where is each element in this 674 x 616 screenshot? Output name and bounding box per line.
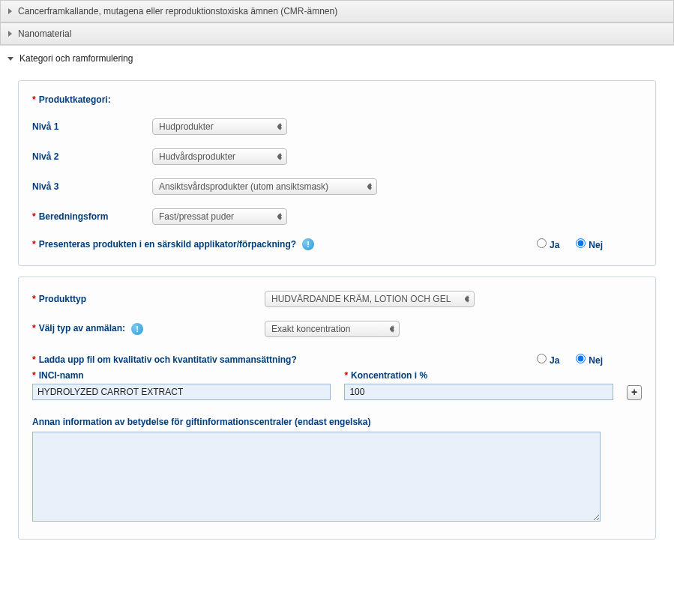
produktkategori-label: * Produktkategori: [32,94,152,105]
produkttyp-label: * Produkttyp [32,294,265,304]
niva3-select[interactable]: Ansiktsvårdsprodukter (utom ansiktsmask) [152,178,377,195]
koncentration-column: * Koncentration i % [344,370,613,400]
niva2-select-wrap: Hudvårdsprodukter ▴▾ [152,148,287,165]
ladda-nej-radio[interactable] [576,354,586,363]
anmalan-select-wrap: Exakt koncentration ▴▾ [265,321,400,337]
produkttyp-select[interactable]: HUDVÅRDANDE KRÄM, LOTION OCH GEL [265,291,475,307]
niva3-label: Nivå 3 [32,181,152,192]
niva3-select-wrap: Ansiktsvårdsprodukter (utom ansiktsmask)… [152,178,377,195]
accordion-title: Cancerframkallande, mutagena eller repro… [18,6,337,16]
niva1-select[interactable]: Hudprodukter [152,118,287,135]
accordion-title: Kategori och ramformulering [19,53,133,64]
add-row-button[interactable]: + [627,385,642,400]
niva1-select-wrap: Hudprodukter ▴▾ [152,118,287,135]
accordion-cmr[interactable]: Cancerframkallande, mutagena eller repro… [0,0,674,22]
ja-label: Ja [550,240,559,250]
chevron-down-icon [7,57,13,61]
niva2-select[interactable]: Hudvårdsprodukter [152,148,287,165]
applikator-question: * Presenteras produkten i en särskild ap… [32,238,314,250]
applikator-radio-group: Ja Nej [537,238,642,250]
ladda-upp-question: * Ladda upp fil om kvalitativ och kvanti… [32,354,297,365]
chevron-right-icon [8,8,12,14]
required-icon: * [32,370,36,381]
ladda-radio-group: Ja Nej [537,354,642,366]
info-icon[interactable]: ! [302,238,314,250]
anmalan-label: * Välj typ av anmälan: ! [32,323,265,335]
accordion-kategori[interactable]: Kategori och ramformulering [0,45,674,68]
required-icon: * [32,239,36,250]
annan-info-textarea[interactable] [32,432,601,522]
inci-label: * INCI-namn [32,370,331,381]
koncentration-label: * Koncentration i % [344,370,613,381]
anmalan-select[interactable]: Exakt koncentration [265,321,400,337]
nej-label: Nej [589,240,603,250]
kategori-content: * Produktkategori: Nivå 1 Hudprodukter ▴… [0,68,674,565]
produkttyp-select-wrap: HUDVÅRDANDE KRÄM, LOTION OCH GEL ▴▾ [265,291,475,307]
required-icon: * [32,211,36,222]
ladda-ja-radio[interactable] [537,354,547,363]
beredningsform-select[interactable]: Fast/pressat puder [152,208,287,225]
niva2-label: Nivå 2 [32,151,152,162]
ja-label: Ja [550,355,559,366]
annan-info-label: Annan information av betydelse för gifti… [32,417,642,427]
inci-column: * INCI-namn [32,370,331,400]
beredningsform-label: * Beredningsform [32,211,152,222]
required-icon: * [32,354,36,365]
produktkategori-panel: * Produktkategori: Nivå 1 Hudprodukter ▴… [18,80,656,266]
beredningsform-select-wrap: Fast/pressat puder ▴▾ [152,208,287,225]
info-icon[interactable]: ! [131,323,143,335]
koncentration-input[interactable] [344,384,613,400]
niva1-label: Nivå 1 [32,121,152,132]
required-icon: * [344,370,348,381]
required-icon: * [32,294,36,304]
inci-input[interactable] [32,384,331,400]
accordion-title: Nanomaterial [18,28,71,39]
chevron-right-icon [8,31,12,37]
applikator-ja-radio[interactable] [537,238,547,248]
required-icon: * [32,94,36,105]
nej-label: Nej [589,355,603,366]
required-icon: * [32,323,36,333]
accordion-nanomaterial[interactable]: Nanomaterial [0,22,674,45]
produkttyp-panel: * Produkttyp HUDVÅRDANDE KRÄM, LOTION OC… [18,277,656,540]
applikator-nej-radio[interactable] [576,238,586,248]
